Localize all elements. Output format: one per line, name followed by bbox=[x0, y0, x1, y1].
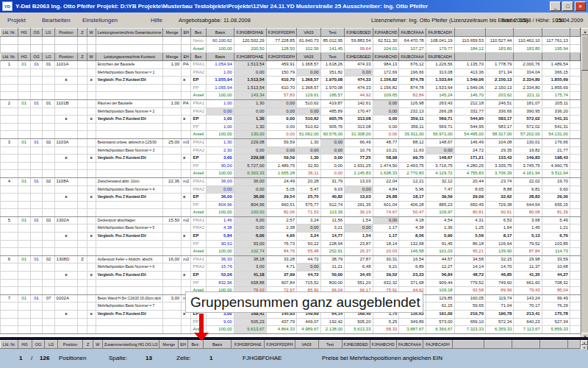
lg-cell[interactable] bbox=[43, 272, 54, 280]
price-cell[interactable]: 228,94 bbox=[320, 240, 345, 248]
price-cell[interactable]: 1.489,75 bbox=[266, 162, 296, 170]
z-cell[interactable] bbox=[78, 216, 87, 224]
price-cell[interactable]: 8,88 bbox=[486, 185, 514, 194]
price-cell[interactable]: 2.150,13 bbox=[486, 84, 514, 92]
lfd-nr-cell[interactable] bbox=[1, 131, 18, 139]
price-cell[interactable]: 9,00 bbox=[207, 318, 234, 326]
netto-total-cell[interactable]: 60.100,62 bbox=[207, 37, 234, 45]
lfd-nr-cell[interactable] bbox=[1, 326, 18, 334]
og-cell[interactable]: 01 bbox=[30, 99, 43, 107]
grid-cell[interactable] bbox=[570, 194, 580, 202]
price-cell[interactable]: 11,63 bbox=[399, 146, 426, 155]
anteil-total-cell[interactable]: 195,94 bbox=[542, 45, 570, 53]
price-cell[interactable]: 93,00 bbox=[234, 240, 266, 248]
price-cell[interactable]: 41,35 bbox=[514, 272, 542, 280]
column-header[interactable]: FAJBCFAAA bbox=[399, 29, 426, 37]
lg-cell[interactable]: 02 bbox=[43, 138, 54, 146]
price-cell[interactable]: 41,18 bbox=[234, 272, 266, 280]
price-cell[interactable]: 54.495,00 bbox=[454, 131, 485, 139]
hg-cell[interactable]: 01 bbox=[18, 177, 30, 185]
price-cell[interactable]: 0,00 bbox=[320, 170, 345, 178]
price-cell[interactable]: 32,12 bbox=[426, 177, 454, 185]
position-cell[interactable] bbox=[54, 224, 78, 233]
price-cell[interactable]: 205,11 bbox=[542, 99, 570, 107]
lg-cell[interactable] bbox=[43, 326, 54, 334]
lfd-nr-cell[interactable] bbox=[1, 123, 18, 131]
price-cell[interactable]: 29,35 bbox=[486, 146, 514, 155]
lfd-nr-cell[interactable] bbox=[1, 233, 18, 241]
column-header[interactable] bbox=[454, 53, 485, 61]
price-cell[interactable]: 100,00 bbox=[207, 248, 234, 256]
column-header[interactable] bbox=[486, 53, 514, 61]
price-cell[interactable]: 192,42 bbox=[320, 318, 345, 326]
price-cell[interactable]: 90.576,00 bbox=[320, 131, 345, 139]
price-cell[interactable]: 33,59 bbox=[542, 255, 570, 263]
price-cell[interactable]: 101,03 bbox=[426, 248, 454, 256]
price-cell[interactable]: 87,84 bbox=[514, 248, 542, 256]
price-cell[interactable]: 66,49 bbox=[345, 138, 373, 146]
hg-cell[interactable]: 01 bbox=[18, 138, 30, 146]
w-cell[interactable] bbox=[87, 107, 96, 116]
w-cell[interactable] bbox=[87, 302, 96, 311]
price-cell[interactable]: 79,52 bbox=[514, 240, 542, 248]
column-header[interactable] bbox=[542, 53, 570, 61]
price-cell[interactable]: 90,00 bbox=[207, 162, 234, 170]
position-cell[interactable]: x bbox=[54, 116, 78, 124]
lg-cell[interactable] bbox=[43, 240, 54, 248]
price-cell[interactable]: 5,13 bbox=[514, 233, 542, 241]
price-cell[interactable]: 0,00 bbox=[373, 99, 399, 107]
hg-cell[interactable] bbox=[18, 224, 30, 233]
price-cell[interactable]: 0,00 bbox=[345, 224, 373, 233]
grid-cell[interactable] bbox=[163, 37, 182, 45]
price-cell[interactable]: 5,56 bbox=[454, 233, 485, 241]
position-cell[interactable] bbox=[54, 318, 78, 326]
price-cell[interactable]: 20,03 bbox=[373, 248, 399, 256]
menge-cell[interactable]: 1,00 bbox=[163, 99, 182, 107]
price-cell[interactable]: 14,70 bbox=[486, 263, 514, 272]
price-cell[interactable]: 1.368,57 bbox=[297, 61, 321, 69]
price-cell[interactable]: 80,08 bbox=[514, 209, 542, 217]
position-cell[interactable]: x bbox=[54, 233, 78, 241]
hg-cell[interactable] bbox=[18, 155, 30, 163]
eh-cell[interactable] bbox=[182, 318, 191, 326]
price-cell[interactable]: 132,68 bbox=[399, 240, 426, 248]
lfd-nr-cell[interactable] bbox=[1, 240, 18, 248]
price-cell[interactable]: 9,60 bbox=[542, 185, 570, 194]
price-cell[interactable]: 71,04 bbox=[486, 302, 514, 311]
price-cell[interactable]: 213,41 bbox=[514, 311, 542, 319]
w-cell[interactable]: x bbox=[87, 311, 96, 319]
price-cell[interactable]: 5,90 bbox=[426, 233, 454, 241]
price-cell[interactable]: 832,96 bbox=[207, 279, 234, 287]
anteil-total-cell[interactable]: 99,64 bbox=[345, 45, 373, 53]
price-cell[interactable]: 4.280,25 bbox=[454, 162, 485, 170]
menge-cell[interactable] bbox=[163, 233, 182, 241]
grid-cell[interactable] bbox=[570, 99, 580, 107]
netto-total-cell[interactable]: 64.470,78 bbox=[399, 37, 426, 45]
price-cell[interactable]: 610,70 bbox=[266, 84, 296, 92]
eh-cell[interactable] bbox=[182, 248, 191, 256]
eh-cell[interactable]: m2 bbox=[182, 216, 191, 224]
lg-cell[interactable] bbox=[43, 302, 54, 311]
price-cell[interactable]: 510,62 bbox=[297, 116, 321, 124]
og-cell[interactable]: 01 bbox=[30, 61, 43, 69]
og-cell[interactable]: 01 bbox=[30, 177, 43, 185]
price-cell[interactable]: 13,03 bbox=[345, 194, 373, 202]
column-header[interactable]: Bez. bbox=[191, 29, 207, 37]
price-cell[interactable]: 4,71 bbox=[266, 263, 296, 272]
bottom-column-header[interactable]: VA03 bbox=[295, 341, 318, 349]
price-cell[interactable]: 82,84 bbox=[399, 92, 426, 100]
price-cell[interactable]: 36,00 bbox=[234, 177, 266, 185]
price-cell[interactable]: 146,49 bbox=[454, 138, 485, 146]
kurztext-cell[interactable] bbox=[96, 170, 163, 178]
price-cell[interactable]: 139,90 bbox=[486, 248, 514, 256]
price-cell[interactable]: 1,00 bbox=[207, 99, 234, 107]
price-cell[interactable]: 39,52 bbox=[373, 272, 399, 280]
price-cell[interactable]: 3,21 bbox=[320, 224, 345, 233]
price-cell[interactable]: 437,79 bbox=[266, 318, 296, 326]
w-cell[interactable] bbox=[87, 255, 96, 263]
column-header[interactable]: HG bbox=[18, 29, 30, 37]
w-cell[interactable]: x bbox=[87, 272, 96, 280]
price-cell[interactable]: 0,00 bbox=[373, 123, 399, 131]
grid-cell[interactable] bbox=[570, 116, 580, 124]
hg-cell[interactable]: 01 bbox=[18, 255, 30, 263]
